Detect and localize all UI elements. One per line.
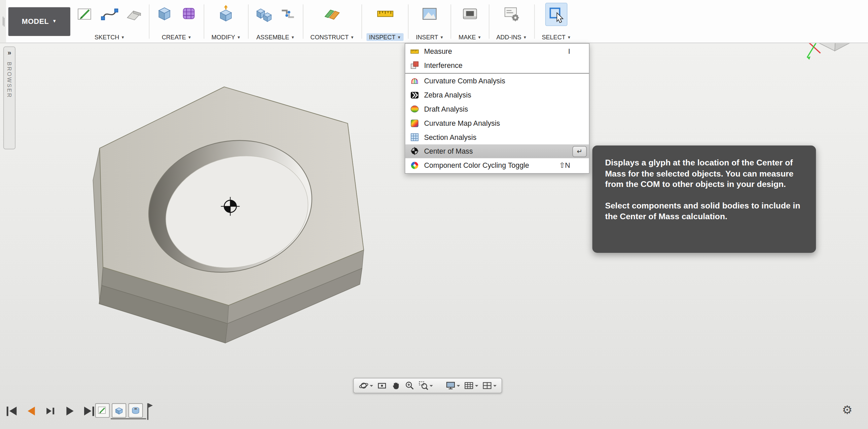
display-settings-button[interactable] [446, 381, 460, 391]
chevron-down-icon [493, 385, 497, 388]
menu-make[interactable]: MAKE▼ [456, 33, 484, 41]
timeline-playback-controls [4, 404, 96, 418]
grid-icon [464, 381, 474, 391]
chevron-down-icon: ▼ [291, 35, 295, 39]
zoom-icon [405, 381, 415, 391]
chevron-down-icon: ▼ [477, 35, 481, 39]
chevron-down-icon [370, 385, 373, 388]
draft-analysis-icon [410, 104, 420, 114]
viewports-button[interactable] [482, 381, 497, 391]
toolbar-group-addins: ADD-INS▼ [489, 0, 534, 43]
menu-item-component-color-cycling-toggle[interactable]: Component Color Cycling Toggle ⇧N [405, 158, 589, 172]
center-of-mass-icon [410, 146, 420, 156]
chevron-down-icon: ▼ [52, 19, 57, 24]
menu-select[interactable]: SELECT▼ [539, 33, 574, 41]
shortcut-key: I [568, 47, 586, 56]
chevron-down-icon [430, 385, 433, 388]
menu-construct[interactable]: CONSTRUCT▼ [308, 33, 356, 41]
settings-gear-icon[interactable]: ⚙ [842, 403, 852, 417]
inspect-measure-icon[interactable] [374, 3, 396, 25]
modify-presspull-icon[interactable] [216, 3, 237, 25]
chevron-down-icon: ▼ [567, 35, 571, 39]
menu-item-draft-analysis[interactable]: Draft Analysis [405, 102, 589, 116]
tooltip-paragraph: Select components and solid bodies to in… [605, 200, 803, 222]
timeline-hole-feature[interactable] [128, 403, 143, 418]
shortcut-key: ⇧N [559, 161, 585, 169]
step-back-button[interactable] [24, 404, 38, 418]
play-button[interactable] [63, 404, 77, 418]
chevron-down-icon [475, 385, 478, 388]
menu-create[interactable]: CREATE▼ [159, 33, 194, 41]
toolbar-group-assemble: ASSEMBLE▼ [248, 0, 303, 43]
assemble-joint-icon[interactable] [277, 3, 299, 25]
construct-plane-icon[interactable] [322, 3, 343, 25]
sketch-feature-icon [98, 405, 108, 416]
sketch-spline-icon[interactable] [99, 3, 120, 25]
create-form-icon[interactable] [178, 3, 199, 25]
insert-image-icon[interactable] [419, 3, 440, 25]
timeline-extrude-feature[interactable] [112, 403, 126, 418]
interference-icon [410, 60, 420, 70]
menu-sketch[interactable]: SKETCH▼ [92, 33, 127, 41]
menu-item-measure[interactable]: Measure I [405, 44, 589, 59]
timeline-sketch-feature[interactable] [95, 403, 110, 418]
extrude-feature-icon [114, 405, 124, 416]
toolbar-group-construct: CONSTRUCT▼ [303, 0, 361, 43]
confirm-enter-button[interactable]: ↵ [572, 146, 587, 157]
go-to-start-button[interactable] [4, 404, 19, 418]
menu-item-interference[interactable]: Interference [405, 58, 589, 72]
menu-inspect[interactable]: INSPECT▼ [366, 33, 404, 41]
expand-panel-icon[interactable]: » [7, 49, 11, 57]
timeline-features [95, 403, 148, 420]
menu-insert[interactable]: INSERT▼ [413, 33, 446, 41]
menu-addins[interactable]: ADD-INS▼ [494, 33, 530, 41]
go-to-end-button[interactable] [82, 404, 97, 418]
assemble-component-icon[interactable] [253, 3, 274, 25]
chevron-down-icon: ▼ [440, 35, 443, 39]
zoom-button[interactable] [405, 381, 415, 391]
create-box-icon[interactable] [154, 3, 175, 25]
model-hex-nut[interactable] [78, 77, 376, 354]
inspect-menu: Measure I Interference Curvature Comb An… [405, 43, 590, 173]
chevron-down-icon: ▼ [237, 35, 241, 39]
workspace-switcher[interactable]: MODEL ▼ [8, 7, 70, 36]
menu-item-curvature-comb-analysis[interactable]: Curvature Comb Analysis [405, 74, 589, 88]
look-at-icon [377, 381, 387, 391]
menu-modify[interactable]: MODIFY▼ [209, 33, 243, 41]
pan-button[interactable] [391, 381, 401, 391]
command-tooltip: Displays a glyph at the location of the … [592, 145, 816, 253]
step-forward-button[interactable] [43, 404, 58, 418]
menu-item-curvature-map-analysis[interactable]: Curvature Map Analysis [405, 116, 589, 130]
zebra-analysis-icon [410, 90, 420, 100]
create-sketch-icon[interactable] [75, 3, 96, 25]
menu-assemble[interactable]: ASSEMBLE▼ [254, 33, 298, 41]
grid-snap-button[interactable] [464, 381, 478, 391]
tooltip-paragraph: Displays a glyph at the location of the … [605, 157, 803, 189]
orbit-icon [359, 381, 369, 391]
navigation-bar [353, 378, 502, 393]
menu-item-center-of-mass[interactable]: Center of Mass ↵ [405, 144, 589, 158]
menu-item-zebra-analysis[interactable]: Zebra Analysis [405, 88, 589, 102]
addins-scripts-icon[interactable] [501, 3, 522, 25]
hole-feature-icon [130, 405, 141, 416]
orbit-button[interactable] [359, 381, 373, 391]
sketch-plane-icon[interactable] [123, 3, 145, 25]
toolbar-group-inspect: INSPECT▼ [362, 0, 408, 43]
toolbar-group-sketch: SKETCH▼ [70, 0, 149, 43]
timeline-position-marker[interactable] [147, 403, 148, 420]
color-cycling-icon [410, 160, 420, 170]
toolbar-group-create: CREATE▼ [149, 0, 204, 43]
look-at-button[interactable] [377, 381, 387, 391]
toolbar-group-insert: INSERT▼ [409, 0, 451, 43]
curvature-comb-icon [410, 76, 420, 86]
chevron-down-icon: ▼ [350, 35, 354, 39]
select-tool-icon[interactable] [545, 3, 567, 26]
menu-item-section-analysis[interactable]: Section Analysis [405, 130, 589, 144]
toolbar-grip[interactable] [0, 0, 6, 43]
zoom-window-icon [418, 381, 429, 391]
zoom-window-button[interactable] [418, 381, 433, 391]
chevron-down-icon: ▼ [188, 35, 191, 39]
chevron-down-icon: ▼ [523, 35, 527, 39]
section-analysis-icon [410, 132, 420, 142]
make-3dprint-icon[interactable] [460, 3, 481, 25]
